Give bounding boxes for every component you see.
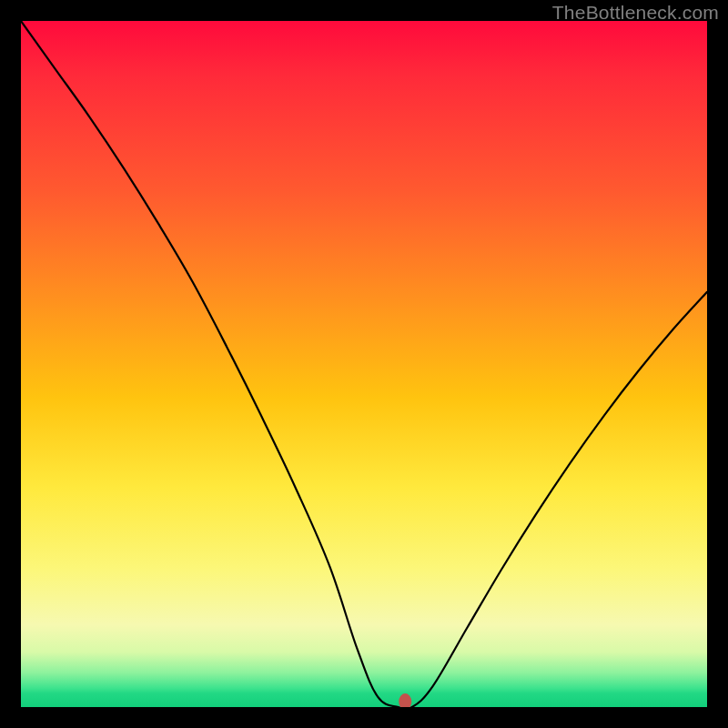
curve-layer <box>21 21 707 707</box>
optimum-marker <box>399 693 411 707</box>
bottleneck-curve <box>21 21 707 707</box>
figure-frame: TheBottleneck.com <box>0 0 728 728</box>
plot-area <box>21 21 707 707</box>
